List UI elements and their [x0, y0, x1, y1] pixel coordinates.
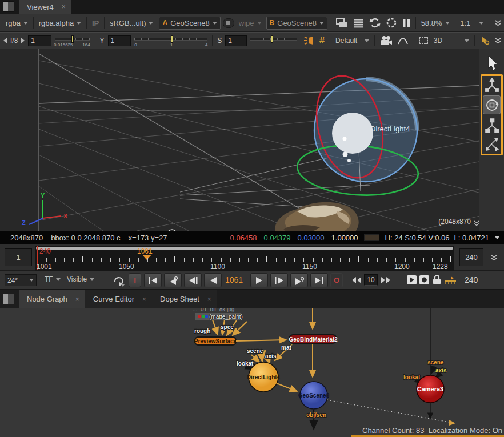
stack-views-icon[interactable] — [350, 18, 366, 28]
dimension-select[interactable]: 3D — [431, 37, 471, 45]
frame-increment-input[interactable]: 10 — [364, 274, 378, 286]
rotate-tool-selected[interactable] — [483, 95, 501, 114]
tick-label: 1150 — [302, 263, 317, 271]
frame-range-mode-select[interactable]: TF — [42, 275, 63, 283]
axis-indicator — [29, 200, 61, 224]
play-button[interactable] — [250, 273, 268, 287]
occlusion-cursor-icon[interactable] — [478, 36, 492, 45]
playhead-label: 1061 — [137, 247, 153, 255]
node-preview-surface[interactable]: PreviewSurface — [194, 337, 237, 345]
close-icon[interactable]: × — [75, 295, 79, 303]
layer-select[interactable]: rgba.alpha — [37, 19, 83, 27]
pane-layout-icon[interactable] — [3, 1, 14, 12]
node-geo-scene[interactable]: GeoScene8 — [298, 382, 330, 409]
step-forward-button[interactable] — [270, 273, 288, 287]
scale-tool[interactable] — [485, 118, 499, 137]
select-tool[interactable] — [484, 55, 500, 74]
input-process-button[interactable]: IP — [90, 19, 101, 27]
input-b-select[interactable]: B GeoScene8 — [266, 17, 327, 30]
loop-mode-icon[interactable] — [112, 274, 126, 289]
edge-label-axis: axis — [265, 353, 277, 359]
svg-text:GeoScene8: GeoScene8 — [298, 392, 330, 399]
fps-select[interactable]: 24* — [5, 274, 37, 286]
in-point-button[interactable]: I — [129, 273, 141, 287]
pixel-red-value: 0.06458 — [230, 234, 257, 242]
camera-icon[interactable] — [378, 35, 395, 46]
jump-forward-icon[interactable] — [380, 276, 391, 286]
axis-z-label: Z — [22, 219, 26, 226]
aspect-select[interactable]: 1:1 — [458, 19, 486, 27]
lock-icon[interactable] — [432, 274, 442, 287]
prev-fstop-icon[interactable] — [3, 38, 7, 43]
tab-curve-editor[interactable]: Curve Editor × — [85, 290, 152, 308]
jump-back-icon[interactable] — [351, 276, 362, 286]
grid-icon[interactable]: # — [317, 35, 327, 46]
close-icon[interactable]: × — [207, 295, 211, 303]
saturation-slider[interactable] — [250, 33, 297, 48]
light-icon[interactable] — [301, 35, 317, 46]
node-geo-bind-material[interactable]: GeoBindMaterial2 — [289, 335, 337, 343]
skew-tool[interactable] — [485, 136, 499, 155]
next-keyframe-button[interactable] — [290, 273, 308, 287]
gamma-slider[interactable]: 0 1 4 — [134, 33, 207, 48]
translate-tool[interactable] — [485, 78, 499, 96]
goto-end-button[interactable] — [310, 273, 328, 287]
tab-viewer4[interactable]: Viewer4 × — [19, 0, 71, 14]
close-icon[interactable]: × — [62, 3, 66, 11]
next-fstop-icon[interactable] — [21, 38, 25, 43]
node-camera[interactable]: Camera3 — [417, 375, 444, 403]
resolution-overlay: (2048x870 — [438, 218, 471, 226]
wipe-toggle[interactable] — [223, 18, 234, 28]
viewer-tabbar: Viewer4 × — [0, 0, 504, 14]
pause-icon[interactable] — [399, 18, 413, 28]
step-back-button[interactable] — [184, 273, 202, 287]
view-select[interactable]: Default — [333, 37, 371, 45]
viewport-3d[interactable]: DirectLight4 Y X Z (2048x870 — [0, 49, 504, 231]
marquee-icon[interactable] — [417, 37, 430, 44]
tab-dope-sheet[interactable]: Dope Sheet × — [152, 290, 217, 308]
frame-ruler[interactable]: 240 1061 1001 1050 1100 1150 1200 1228 — [35, 246, 454, 271]
pane-layout-icon[interactable] — [3, 294, 14, 304]
collapse-toolbar2-icon[interactable] — [492, 37, 504, 45]
ruler-scrollbar[interactable] — [36, 247, 453, 250]
transport-bar: 24* TF Visible I 1061 — [0, 271, 504, 290]
chevron-down-icon — [445, 22, 450, 25]
input-a-select[interactable]: A GeoScene8 — [159, 17, 220, 30]
lut-select[interactable]: sRGB...ult) — [107, 19, 156, 27]
prev-keyframe-button[interactable] — [164, 273, 182, 287]
status-bbox: bbox: 0 0 2048 870 c — [51, 234, 120, 242]
refresh-icon[interactable] — [366, 17, 383, 29]
range-end-input[interactable]: 240 — [459, 248, 483, 266]
viewport-scene: DirectLight4 Y X Z — [0, 49, 504, 231]
edge-label-objscn: obj/scn — [306, 412, 326, 418]
pixel-status-bar: 2048x870 bbox: 0 0 2048 870 c x=173 y=27… — [0, 231, 504, 244]
saturation-input[interactable]: 1 — [225, 35, 246, 46]
close-icon[interactable]: × — [142, 295, 146, 303]
wipe-mode-select[interactable]: wipe — [237, 19, 264, 27]
current-frame[interactable]: 1061 — [225, 275, 243, 284]
timeline-range-icon[interactable] — [444, 275, 457, 287]
tab-node-graph[interactable]: Node Graph × — [19, 290, 85, 308]
swap-views-icon[interactable] — [333, 18, 350, 28]
flipbook-play-icon[interactable] — [406, 275, 417, 287]
range-start-input[interactable]: 1 — [5, 248, 32, 266]
roi-icon[interactable] — [383, 17, 399, 29]
gain-input[interactable]: 1 — [28, 35, 51, 46]
out-point-button[interactable]: O — [330, 273, 343, 287]
zoom-level-select[interactable]: 58.8% — [419, 19, 452, 27]
gamma-input[interactable]: 1 — [108, 35, 131, 46]
collapse-toolbar-icon[interactable] — [492, 19, 504, 27]
status-dropdown-icon[interactable] — [495, 236, 499, 239]
curve-icon[interactable] — [395, 36, 411, 45]
gain-slider[interactable]: 0.015625 164 — [55, 33, 90, 48]
play-backward-button[interactable] — [204, 273, 222, 287]
visibility-select[interactable]: Visible — [65, 275, 97, 283]
chevron-down-icon — [29, 279, 34, 282]
flipbook-record-icon[interactable] — [419, 275, 430, 287]
goto-start-button[interactable] — [144, 273, 162, 287]
end-frame-display[interactable]: 240 — [465, 275, 478, 284]
channel-select[interactable]: rgba — [3, 19, 30, 27]
node-graph[interactable]: ..._01_dif_8k.jpg (matte_paint) rough sp… — [0, 308, 504, 437]
timeline-collapse-icon[interactable] — [490, 254, 498, 264]
fstop-label[interactable]: f/8 — [10, 37, 18, 45]
